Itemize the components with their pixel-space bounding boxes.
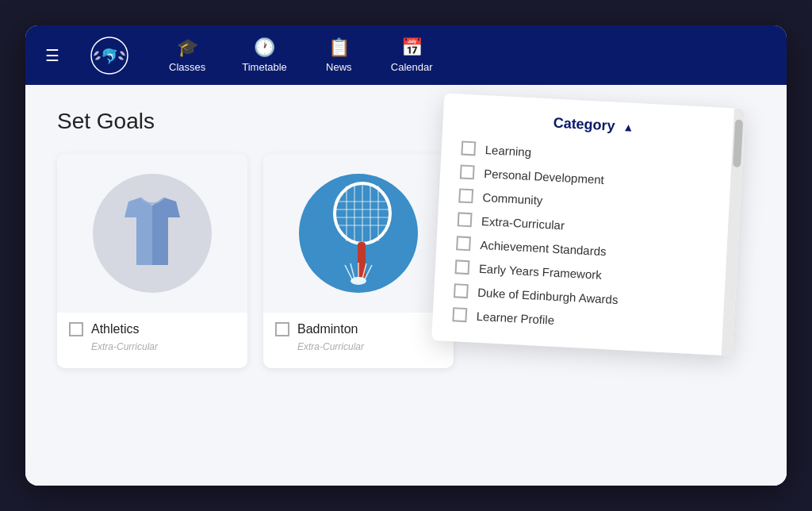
category-label: Extra-Curricular [481, 213, 565, 231]
category-checkbox[interactable] [461, 140, 476, 156]
category-label: Learner Profile [476, 309, 554, 326]
news-icon: 📋 [328, 37, 350, 58]
category-checkbox[interactable] [460, 164, 475, 179]
category-item[interactable]: Early Years Framework [455, 259, 717, 287]
athletics-circle [93, 174, 212, 293]
athletics-name: Athletics [91, 322, 139, 336]
svg-point-15 [350, 277, 366, 285]
timetable-label: Timetable [242, 61, 287, 73]
category-checkbox[interactable] [458, 188, 473, 203]
category-item[interactable]: Personal Development [460, 164, 722, 192]
badminton-checkbox-row: Badminton [275, 322, 442, 336]
category-checkbox[interactable] [458, 212, 473, 227]
badminton-card-footer: Badminton Extra-Curricular [263, 313, 454, 356]
dropdown-header: Category ▲ [462, 110, 725, 140]
dropdown-title: Category [553, 115, 615, 135]
athletics-card-footer: Athletics Extra-Curricular [57, 313, 247, 356]
category-item[interactable]: Community [458, 188, 720, 216]
nav-logo: 🐬 [87, 33, 131, 77]
athletics-image-area [57, 154, 247, 313]
category-label: Personal Development [484, 167, 604, 186]
athletics-checkbox[interactable] [69, 322, 83, 336]
classes-icon: 🎓 [177, 37, 198, 58]
category-checkbox[interactable] [454, 283, 469, 298]
news-label: News [326, 61, 352, 73]
badminton-circle [299, 174, 418, 293]
nav-news[interactable]: 📋 News [309, 31, 369, 79]
category-item[interactable]: Learner Profile [452, 307, 714, 335]
category-label: Community [482, 190, 543, 206]
timetable-icon: 🕐 [254, 37, 275, 58]
badminton-image-area [263, 154, 454, 313]
svg-marker-3 [152, 198, 180, 265]
nav-calendar[interactable]: 📅 Calendar [377, 31, 447, 79]
category-checkbox[interactable] [452, 307, 467, 322]
dropdown-arrow-icon[interactable]: ▲ [622, 121, 634, 134]
badminton-checkbox[interactable] [275, 322, 289, 336]
category-dropdown: Category ▲ LearningPersonal DevelopmentC… [431, 93, 745, 355]
category-label: Achievement Standards [480, 237, 607, 257]
category-item[interactable]: Achievement Standards [456, 236, 718, 263]
nav-items: 🎓 Classes 🕐 Timetable 📋 News 📅 Calendar [155, 31, 447, 79]
category-checkbox[interactable] [456, 236, 471, 251]
category-list: LearningPersonal DevelopmentCommunityExt… [452, 140, 722, 335]
app-container: ☰ 🐬 🎓 Classes 🕐 Timetab [25, 25, 787, 486]
calendar-label: Calendar [391, 61, 433, 73]
athletics-card: Athletics Extra-Curricular [57, 154, 247, 368]
category-checkbox[interactable] [455, 259, 470, 275]
scrollbar-thumb [733, 120, 743, 167]
category-item[interactable]: Extra-Curricular [458, 212, 719, 240]
category-label: Early Years Framework [478, 261, 602, 281]
nav-classes[interactable]: 🎓 Classes [155, 31, 220, 79]
classes-label: Classes [169, 61, 205, 73]
hamburger-menu[interactable]: ☰ [41, 42, 63, 69]
category-item[interactable]: Duke of Edinburgh Awards [454, 283, 715, 311]
badminton-card: Badminton Extra-Curricular [263, 154, 454, 368]
badminton-category: Extra-Curricular [275, 341, 442, 352]
athletics-category: Extra-Curricular [69, 341, 236, 352]
svg-text:🐬: 🐬 [101, 48, 119, 65]
category-item[interactable]: Learning [461, 140, 722, 168]
athletics-checkbox-row: Athletics [69, 322, 236, 336]
category-label: Duke of Edinburgh Awards [477, 285, 619, 305]
nav-timetable[interactable]: 🕐 Timetable [228, 31, 301, 79]
category-label: Learning [485, 143, 531, 159]
badminton-name: Badminton [297, 322, 358, 336]
calendar-icon: 📅 [401, 37, 423, 58]
navbar: ☰ 🐬 🎓 Classes 🕐 Timetab [25, 25, 787, 85]
